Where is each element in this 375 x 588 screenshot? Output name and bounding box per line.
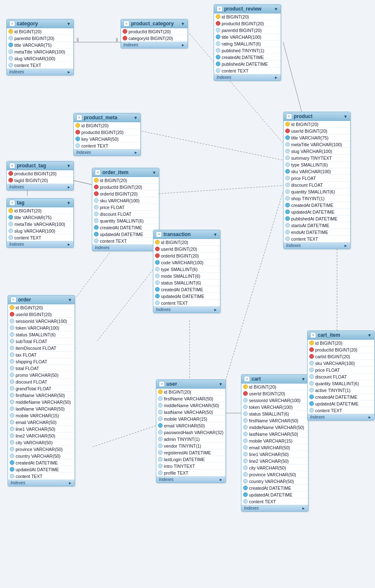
field-icon-normal (10, 413, 14, 418)
table-icon-cart_item: ≡ (310, 332, 316, 338)
indexes-row-category[interactable]: Indexes► (7, 69, 73, 75)
table-header-tag[interactable]: ≡tag▼ (7, 199, 73, 207)
indexes-row-product[interactable]: Indexes► (284, 242, 350, 249)
indexes-row-order_item[interactable]: Indexes► (92, 244, 159, 251)
table-product_meta: ≡product_meta▼id BIGINT(20)productId BIG… (73, 113, 141, 156)
field-row: line2 VARCHAR(50) (241, 458, 308, 464)
indexes-row-cart_item[interactable]: Indexes► (308, 414, 374, 420)
table-header-dropdown-category[interactable]: ▼ (67, 21, 71, 26)
field-name: id BIGINT(20) (14, 208, 42, 213)
table-header-dropdown-order_item[interactable]: ▼ (152, 170, 156, 175)
field-name: productId BIGINT(20) (222, 21, 264, 26)
indexes-row-transaction[interactable]: Indexes► (153, 306, 220, 313)
field-name: published TINYINT(1) (222, 48, 264, 53)
indexes-row-tag[interactable]: Indexes► (7, 241, 73, 247)
indexes-row-user[interactable]: Indexes► (156, 476, 225, 483)
field-row: rating SMALLINT(6) (214, 40, 281, 47)
table-header-product_meta[interactable]: ≡product_meta▼ (74, 113, 140, 122)
indexes-expand-icon[interactable]: ► (67, 70, 71, 74)
field-name: userId BIGINT(20) (16, 312, 52, 317)
table-header-cart_item[interactable]: ≡cart_item▼ (308, 331, 374, 340)
table-user: ≡user▼id BIGINT(20)firstName VARCHAR(50)… (156, 379, 226, 483)
indexes-expand-icon[interactable]: ► (344, 244, 348, 248)
table-header-order[interactable]: ≡order▼ (8, 295, 75, 304)
table-header-product[interactable]: ≡product▼ (284, 112, 350, 121)
indexes-expand-icon[interactable]: ► (67, 185, 71, 189)
table-product_category: ≡product_category▼productId BIGINT(20)ca… (121, 19, 188, 48)
table-transaction: ≡transaction▼id BIGINT(20)userId BIGINT(… (153, 230, 220, 313)
indexes-expand-icon[interactable]: ► (302, 506, 305, 510)
field-icon-normal (10, 400, 14, 404)
table-header-dropdown-order[interactable]: ▼ (68, 298, 72, 302)
table-name-cart_item: cart_item (318, 332, 366, 338)
field-icon-pk (94, 178, 99, 183)
field-row: productId BIGINT(20) (308, 346, 374, 353)
indexes-label: Indexes (9, 242, 24, 247)
field-row: id BIGINT(20) (74, 122, 140, 129)
table-header-dropdown-product_meta[interactable]: ▼ (134, 115, 138, 120)
table-header-dropdown-tag[interactable]: ▼ (67, 201, 71, 205)
field-row: id BIGINT(20) (8, 304, 75, 311)
indexes-row-product_category[interactable]: Indexes► (121, 42, 188, 48)
field-icon-normal (243, 398, 248, 403)
field-row: profile TEXT (156, 470, 225, 476)
field-name: orderId BIGINT(20) (100, 191, 138, 196)
indexes-expand-icon[interactable]: ► (214, 308, 217, 312)
indexes-expand-icon[interactable]: ► (274, 75, 278, 80)
table-header-dropdown-product[interactable]: ▼ (343, 114, 348, 119)
indexes-expand-icon[interactable]: ► (67, 242, 71, 247)
field-row: tagId BIGINT(20) (7, 177, 73, 184)
indexes-row-order[interactable]: Indexes► (8, 480, 75, 486)
field-icon-normal (309, 381, 314, 386)
table-product: ≡product▼id BIGINT(20)userId BIGINT(20)t… (283, 112, 351, 249)
table-header-product_review[interactable]: ≡product_review▼ (214, 5, 281, 13)
field-name: createdAt DATETIME (249, 486, 291, 491)
table-header-category[interactable]: ≡category▼ (7, 19, 73, 28)
field-name: parentId BIGINT(20) (222, 28, 262, 33)
field-icon-fk (243, 391, 248, 396)
table-header-user[interactable]: ≡user▼ (156, 380, 225, 389)
indexes-label: Indexes (11, 481, 25, 485)
table-header-cart[interactable]: ≡cart▼ (241, 375, 308, 384)
field-row: email VARCHAR(50) (8, 419, 75, 426)
table-header-transaction[interactable]: ≡transaction▼ (153, 230, 220, 239)
table-header-dropdown-product_category[interactable]: ▼ (181, 21, 185, 26)
indexes-row-product_meta[interactable]: Indexes► (74, 149, 140, 156)
field-row: middleName VARCHAR(50) (156, 402, 225, 409)
field-row: province VARCHAR(50) (241, 471, 308, 478)
table-header-product_tag[interactable]: ≡product_tag▼ (7, 161, 73, 170)
indexes-expand-icon[interactable]: ► (368, 415, 372, 419)
field-row: id BIGINT(20) (308, 340, 374, 346)
table-header-dropdown-transaction[interactable]: ▼ (213, 232, 217, 237)
table-header-dropdown-product_tag[interactable]: ▼ (67, 164, 71, 168)
indexes-expand-icon[interactable]: ► (219, 478, 223, 482)
table-header-dropdown-product_review[interactable]: ▼ (274, 7, 278, 11)
indexes-expand-icon[interactable]: ► (68, 481, 72, 485)
field-row: shipping FLOAT (8, 358, 75, 365)
indexes-expand-icon[interactable]: ► (134, 150, 138, 155)
indexes-row-product_tag[interactable]: Indexes► (7, 184, 73, 190)
field-icon-fk (75, 130, 80, 134)
field-row: firstName VARCHAR(50) (241, 417, 308, 424)
field-icon-unique (285, 209, 290, 214)
field-row: title VARCHAR(75) (7, 214, 73, 221)
field-icon-normal (94, 239, 99, 243)
field-icon-pk (8, 29, 13, 34)
field-icon-normal (216, 41, 220, 46)
indexes-label: Indexes (156, 307, 171, 312)
field-row: content TEXT (241, 498, 308, 505)
field-row: promo VARCHAR(50) (8, 372, 75, 379)
field-row: id BIGINT(20) (7, 28, 73, 35)
field-row: slug VARCHAR(100) (7, 228, 73, 234)
indexes-expand-icon[interactable]: ► (181, 43, 185, 47)
table-header-dropdown-user[interactable]: ▼ (219, 382, 223, 387)
field-name: content TEXT (16, 474, 43, 479)
field-icon-normal (8, 36, 13, 40)
field-row: publishedAt DATETIME (214, 61, 281, 67)
table-header-product_category[interactable]: ≡product_category▼ (121, 19, 188, 28)
table-header-dropdown-cart[interactable]: ▼ (301, 377, 305, 381)
indexes-row-cart[interactable]: Indexes► (241, 505, 308, 511)
table-header-dropdown-cart_item[interactable]: ▼ (367, 333, 372, 338)
indexes-row-product_review[interactable]: Indexes► (214, 74, 281, 81)
table-header-order_item[interactable]: ≡order_item▼ (92, 168, 159, 177)
